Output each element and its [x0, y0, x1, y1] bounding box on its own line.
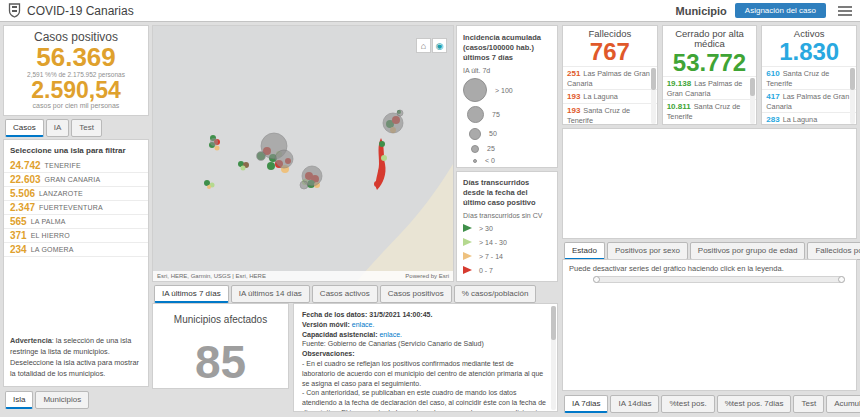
- gobierno-canarias-logo-icon: [8, 3, 21, 18]
- covid-dashboard: COVID-19 Canarias Municipio Asignación d…: [0, 0, 860, 417]
- page-title: COVID-19 Canarias: [27, 4, 134, 18]
- list-item-fuerteventura[interactable]: 2.347FUERTEVENTURA: [4, 201, 148, 215]
- list-item[interactable]: 417Las Palmas de Gran Canaria: [762, 89, 856, 112]
- tab-casos[interactable]: Casos: [5, 119, 44, 137]
- list-item[interactable]: 193Santa Cruz de Tenerife: [563, 103, 657, 125]
- legend-dias: Días transcurridos desde la fecha del úl…: [456, 171, 558, 282]
- municipios-afectados-value: 85: [153, 335, 288, 389]
- legend-swatch-14-30: [463, 238, 472, 246]
- casos-positivos-total: 56.369: [4, 44, 148, 71]
- tab-ia-7dias-map[interactable]: IA últimos 7 días: [154, 285, 229, 303]
- municipio-label: Municipio: [676, 5, 727, 17]
- map-tabbar: IA últimos 7 días IA últimos 14 días Cas…: [154, 285, 536, 303]
- map-home-button[interactable]: ⌂: [416, 38, 431, 53]
- tab-casos-positivos-map[interactable]: Casos positivos: [380, 285, 452, 303]
- tab-estado[interactable]: Estado: [564, 242, 605, 260]
- cerrado-alta-card: Cerrado por alta médica 53.772 19.138Las…: [662, 25, 758, 125]
- map-card: ⌂ ◉ Esri, HERE, Garmin, USGS | Esri, HER…: [152, 25, 454, 282]
- map-attribution: Esri, HERE, Garmin, USGS | Esri, HERE Po…: [153, 271, 453, 281]
- observacion-1: - En el cuadro se reflejan los positivos…: [302, 359, 547, 388]
- slider-handle-right[interactable]: [838, 276, 845, 283]
- tab-ia-7dias[interactable]: IA 7dias: [564, 395, 608, 413]
- casos-positivos-card: Casos positivos 56.369 2,591 %% de 2.175…: [3, 25, 149, 116]
- tab-ia-14dias[interactable]: IA 14dias: [610, 395, 659, 413]
- list-item[interactable]: 19.138Las Palmas de Gran Canaria: [663, 76, 757, 99]
- map-layers-button[interactable]: ◉: [432, 38, 447, 53]
- estado-bar-chart-card: [562, 128, 857, 239]
- tab-municipios[interactable]: Municipios: [35, 391, 89, 409]
- list-item[interactable]: 610Santa Cruz de Tenerife: [762, 66, 856, 89]
- stats-row: Fallecidos 767 251Las Palmas de Gran Can…: [562, 25, 857, 125]
- tab-test[interactable]: Test: [793, 395, 824, 413]
- municipios-afectados-title: Municipios afectados: [153, 314, 288, 325]
- info-card: Fecha de los datos: 31/5/2021 14:00:45. …: [293, 303, 558, 412]
- activos-value: 1.830: [762, 39, 856, 65]
- cerrado-alta-value: 53.772: [663, 50, 757, 76]
- tab-test-pos[interactable]: %test pos.: [661, 395, 714, 413]
- tab-test[interactable]: Test: [71, 119, 102, 137]
- casos-positivos-rate: 2.590,54: [4, 78, 148, 102]
- fallecidos-card: Fallecidos 767 251Las Palmas de Gran Can…: [562, 25, 658, 125]
- fecha-value: 31/5/2021 14:00:45.: [369, 311, 432, 318]
- list-item-la-gomera[interactable]: 234LA GOMERA: [4, 243, 148, 257]
- list-item[interactable]: 193La Laguna: [563, 89, 657, 103]
- tab-isla[interactable]: Isla: [5, 391, 33, 409]
- list-item-gran-canaria[interactable]: 22.603GRAN CANARIA: [4, 173, 148, 187]
- tab-ia-14dias-map[interactable]: IA últimos 14 días: [231, 285, 310, 303]
- activos-scrollbar[interactable]: [850, 68, 855, 124]
- version-link[interactable]: enlace.: [352, 321, 375, 328]
- legend-incidencia: Incidencia acumulada (casos/100000 hab.)…: [456, 25, 558, 168]
- time-range-slider[interactable]: [593, 276, 845, 283]
- tab-positivos-edad[interactable]: Positivos por grupo de edad: [690, 242, 806, 260]
- legend-incidencia-subtitle: IA últ. 7d: [463, 67, 551, 74]
- menu-icon[interactable]: [838, 6, 852, 16]
- canary-islands-map[interactable]: [153, 26, 453, 281]
- island-filter-card: Seleccione una isla para filtrar 24.742T…: [3, 139, 149, 387]
- header: COVID-19 Canarias Municipio Asignación d…: [0, 0, 860, 22]
- legend-hint-text: Puede desactivar series del gráfico haci…: [569, 264, 784, 273]
- list-item[interactable]: 10.811Santa Cruz de Tenerife: [663, 99, 757, 122]
- tab-acumulado[interactable]: Acumulado: [826, 395, 860, 413]
- ia-line-chart-card: Puede desactivar series del gráfico haci…: [562, 259, 857, 391]
- estado-bar-chart: [563, 129, 856, 238]
- slider-handle-left[interactable]: [593, 276, 600, 283]
- tab-positivos-sexo[interactable]: Positivos por sexo: [607, 242, 688, 260]
- legend-swatch-0-7: [463, 266, 472, 274]
- observacion-2: - Con anterioridad, se publicaban en est…: [302, 388, 547, 412]
- list-item-la-palma[interactable]: 565LA PALMA: [4, 215, 148, 229]
- left-tabbar: Casos IA Test: [5, 119, 102, 137]
- asignacion-caso-button[interactable]: Asignación del caso: [735, 3, 826, 18]
- info-scrollbar[interactable]: [551, 306, 556, 410]
- capacidad-link[interactable]: enlace.: [379, 331, 402, 338]
- legend-dias-subtitle: Días transcurridos sin CV: [463, 212, 551, 219]
- tab-casos-activos-map[interactable]: Casos activos: [312, 285, 378, 303]
- list-item[interactable]: 251Las Palmas de Gran Canaria: [563, 66, 657, 89]
- observaciones-label: Observaciones:: [302, 350, 355, 357]
- legend-swatch-7-14: [463, 252, 472, 260]
- advertencia-text: Advertencia: la selección de una isla re…: [10, 336, 142, 380]
- legend-circle-75: [467, 106, 484, 123]
- list-item-el-hierro[interactable]: 371EL HIERRO: [4, 229, 148, 243]
- list-item[interactable]: 283La Laguna: [762, 112, 856, 125]
- fallecidos-scrollbar[interactable]: [651, 68, 656, 124]
- cerrado-alta-title: Cerrado por alta médica: [663, 29, 757, 50]
- tab-fallecidos-edad-sexo[interactable]: Fallecidos por edad y sexo: [807, 242, 860, 260]
- list-item-lanzarote[interactable]: 5.506LANZAROTE: [4, 187, 148, 201]
- tab-pct-casos-poblacion-map[interactable]: % casos/población: [454, 285, 537, 303]
- municipios-afectados-card: Municipios afectados 85: [152, 303, 289, 389]
- island-filter-title: Seleccione una isla para filtrar: [4, 140, 148, 159]
- tab-ia[interactable]: IA: [46, 119, 70, 137]
- legend-circle-0: [473, 159, 477, 163]
- fallecidos-value: 767: [563, 39, 657, 65]
- capacidad-label: Capacidad asistencial:: [302, 331, 377, 338]
- fuente-text: Fuente: Gobierno de Canarias (Servicio C…: [302, 339, 547, 349]
- ia-line-chart: [563, 284, 856, 362]
- legend-circle-50: [469, 128, 481, 140]
- list-item-tenerife[interactable]: 24.742TENERIFE: [4, 159, 148, 173]
- legend-dias-title: Días transcurridos desde la fecha del úl…: [463, 178, 551, 207]
- series-tabbar: IA 7dias IA 14dias %test pos. %test pos.…: [564, 395, 860, 413]
- legend-incidencia-title: Incidencia acumulada (casos/100000 hab.)…: [463, 33, 551, 62]
- tab-test-pos-7dias[interactable]: %test pos. 7dias: [717, 395, 792, 413]
- version-label: Versión móvil:: [302, 321, 350, 328]
- cerrado-scrollbar[interactable]: [750, 78, 755, 124]
